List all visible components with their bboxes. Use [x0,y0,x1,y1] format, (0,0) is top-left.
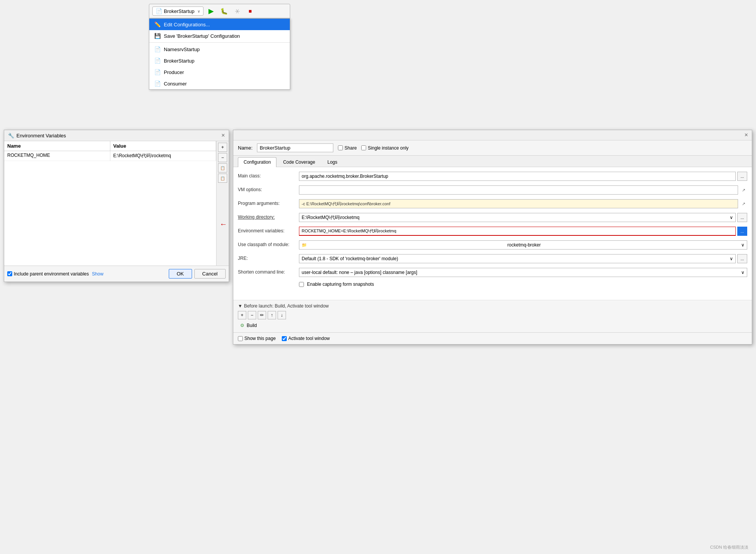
chevron-down-icon: ∨ [197,9,200,13]
menu-item-namesrv-label: NamesrvStartup [164,47,200,52]
main-class-label: Main class: [238,172,299,179]
env-cancel-button[interactable]: Cancel [194,269,226,279]
jre-dots-button[interactable]: ... [737,254,747,263]
program-args-expand-button[interactable]: ↗ [740,199,747,208]
config-tabs-bar: Configuration Code Coverage Logs [233,156,752,167]
env-dialog-close-button[interactable]: × [221,132,225,138]
config-header: Name: Share Single instance only [233,140,752,156]
shorten-cmd-label: Shorten command line: [238,268,299,275]
working-dir-field[interactable]: E:\RocketMQ\代码\rocketmq ∨ [299,213,736,222]
env-vars-input[interactable] [299,227,736,236]
config-selector[interactable]: 📄 BrokerStartup ∨ [152,6,204,16]
env-vars-row: Environment variables: ... [238,227,747,237]
save-config-icon: 💾 [154,32,161,39]
env-variables-dialog: 🔧 Environment Variables × Name Value ROC… [4,130,229,282]
classpath-field[interactable]: 📁 rocketmq-broker ∨ [299,240,747,250]
main-class-dots-button[interactable]: ... [737,172,747,181]
env-add-button[interactable]: + [218,143,227,152]
vm-options-expand-button[interactable]: ↗ [740,185,747,195]
activate-tool-row: Activate tool window [282,336,330,341]
broker-icon: 📄 [154,57,161,64]
config-form: Main class: ... VM options: ↗ Program ar… [233,167,752,300]
env-remove-button[interactable]: − [218,153,227,162]
working-dir-input-group: E:\RocketMQ\代码\rocketmq ∨ ... [299,213,747,222]
share-checkbox[interactable] [338,145,343,150]
env-vars-input-group: ... [299,227,747,236]
show-page-checkbox[interactable] [238,336,243,341]
stop-icon: ■ [249,8,252,14]
classpath-label: Use classpath of module: [238,240,299,247]
shorten-cmd-field[interactable]: user-local default: none – java [options… [299,268,747,277]
launch-toolbar: + − ✏ ↑ ↓ [238,311,747,319]
menu-item-producer[interactable]: 📄 Producer [149,66,290,78]
edit-config-icon: ✏️ [154,21,161,28]
env-dialog-title-text: Environment Variables [16,133,66,138]
activate-tool-checkbox[interactable] [282,336,287,341]
run-config-dialog: × Name: Share Single instance only Confi… [233,130,752,345]
shorten-cmd-row: Shorten command line: user-local default… [238,268,747,279]
env-name-column-header: Name [4,141,110,151]
working-dir-dots-button[interactable]: ... [737,213,747,222]
env-copy-button[interactable]: 📋 [218,163,227,172]
tab-code-coverage[interactable]: Code Coverage [277,157,321,167]
env-vars-label: Environment variables: [238,227,299,234]
coverage-button[interactable]: ⚹ [232,6,242,16]
config-dialog-close-button[interactable]: × [745,132,748,138]
launch-up-button[interactable]: ↑ [268,311,276,319]
run-icon: ▶ [208,7,214,15]
main-class-input[interactable] [299,172,736,181]
menu-item-broker[interactable]: 📄 BrokerStartup [149,55,290,66]
stop-button[interactable]: ■ [245,6,255,16]
menu-item-save-config-label: Save 'BrokerStartup' Configuration [164,33,240,39]
menu-item-edit-config[interactable]: ✏️ Edit Configurations... [149,19,290,30]
tab-logs[interactable]: Logs [321,157,343,167]
menu-item-namesrv[interactable]: 📄 NamesrvStartup [149,43,290,55]
main-class-input-group: ... [299,172,747,181]
debug-button[interactable]: 🐛 [219,6,229,16]
include-parent-env-checkbox[interactable] [7,271,12,276]
jre-field[interactable]: Default (1.8 - SDK of 'rocketmq-broker' … [299,254,736,263]
env-dialog-footer: Include parent environment variables Sho… [4,266,229,282]
vm-options-input[interactable] [299,185,738,195]
show-page-row: Show this page [238,336,276,341]
before-launch-section: ▼ Before launch: Build, Activate tool wi… [233,300,752,332]
main-class-row: Main class: ... [238,172,747,182]
launch-down-button[interactable]: ↓ [278,311,286,319]
single-instance-label: Single instance only [368,145,409,151]
debug-icon: 🐛 [220,8,228,15]
run-button[interactable]: ▶ [206,6,216,16]
menu-item-consumer[interactable]: 📄 Consumer [149,78,290,89]
working-dir-chevron: ∨ [730,215,733,220]
enable-snapshot-group: Enable capturing form snapshots [299,282,747,287]
jre-chevron: ∨ [730,256,733,261]
config-name-input[interactable] [257,143,333,152]
vm-options-row: VM options: ↗ [238,185,747,196]
env-ok-button[interactable]: OK [169,269,192,279]
build-icon: ⚙ [240,323,244,328]
menu-item-save-config[interactable]: 💾 Save 'BrokerStartup' Configuration [149,30,290,42]
env-dialog-title-icon: 🔧 [8,133,14,138]
launch-add-button[interactable]: + [238,311,246,319]
launch-remove-button[interactable]: − [248,311,256,319]
config-dialog-titlebar: × [233,130,752,140]
classpath-chevron: ∨ [741,242,745,248]
red-arrow-indicator: ← [220,220,227,229]
menu-item-edit-config-label: Edit Configurations... [164,22,210,27]
menu-item-consumer-label: Consumer [164,81,187,87]
env-row-value: E:\RocketMQ\代码\rocketmq [110,151,216,161]
enable-snapshot-checkbox[interactable] [299,282,304,287]
show-link[interactable]: Show [92,271,103,277]
env-table-body: ROCKETMQ_HOME E:\RocketMQ\代码\rocketmq [4,151,216,266]
env-vars-dots-button[interactable]: ... [737,227,747,236]
env-paste-button[interactable]: 📋 [218,174,227,183]
launch-edit-button[interactable]: ✏ [258,311,266,319]
program-args-label: Program arguments: [238,199,299,206]
classpath-input-group: 📁 rocketmq-broker ∨ [299,240,747,250]
toolbar-bar: 📄 BrokerStartup ∨ ▶ 🐛 ⚹ ■ [149,4,290,18]
tab-configuration[interactable]: Configuration [238,157,276,167]
single-instance-checkbox[interactable] [361,145,366,150]
menu-separator-1 [149,42,290,43]
before-launch-collapse-icon[interactable]: ▼ [238,303,242,309]
enable-snapshot-label: Enable capturing form snapshots [307,282,374,287]
program-args-input[interactable] [299,199,738,208]
